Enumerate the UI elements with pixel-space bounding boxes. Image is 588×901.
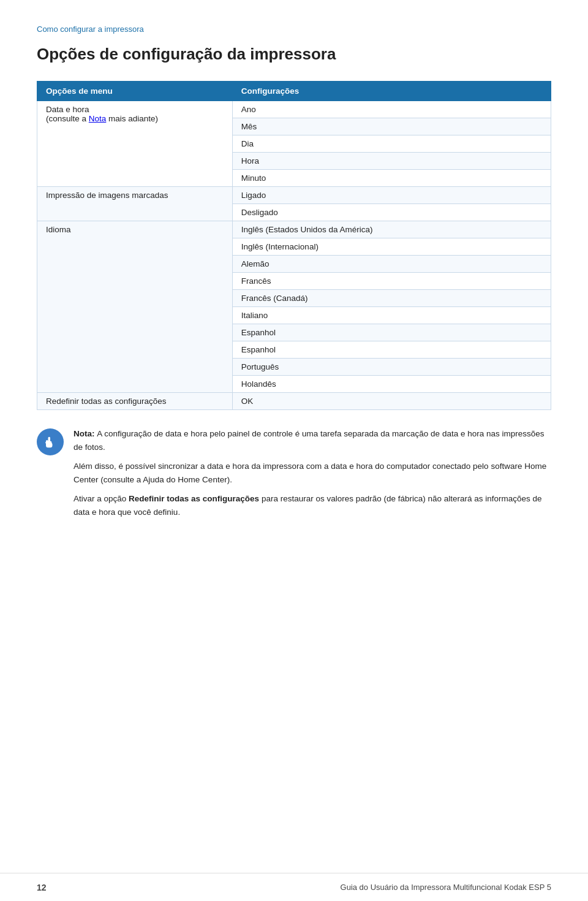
note-paragraph-1: Nota: A configuração de data e hora pelo… xyxy=(74,427,551,454)
nota-link[interactable]: Nota xyxy=(89,114,107,123)
table-header-menu: Opções de menu xyxy=(37,82,233,101)
table-cell-config: Hora xyxy=(232,153,551,170)
note-text: Nota: A configuração de data e hora pelo… xyxy=(74,427,551,519)
table-row: IdiomaInglês (Estados Unidos da América) xyxy=(37,221,551,238)
table-cell-config: Ligado xyxy=(232,187,551,204)
footer-page-number: 12 xyxy=(37,883,47,892)
table-row: Data e hora(consulte a Nota mais adiante… xyxy=(37,101,551,118)
table-row: Impressão de imagens marcadasLigado xyxy=(37,187,551,204)
table-cell-config: Espanhol xyxy=(232,324,551,341)
table-cell-config: Francês (Canadá) xyxy=(232,290,551,307)
table-cell-config: Francês xyxy=(232,273,551,290)
table-cell-config: Inglês (Estados Unidos da América) xyxy=(232,221,551,238)
note-paragraph-3: Ativar a opção Redefinir todas as config… xyxy=(74,492,551,519)
config-table: Opções de menu Configurações Data e hora… xyxy=(37,81,551,410)
table-row: Redefinir todas as configuraçõesOK xyxy=(37,393,551,410)
breadcrumb: Como configurar a impressora xyxy=(37,25,551,34)
note-icon xyxy=(37,428,64,455)
table-cell-config: Português xyxy=(232,359,551,376)
table-cell-config: Dia xyxy=(232,135,551,153)
note-paragraph-2: Além disso, é possível sincronizar a dat… xyxy=(74,460,551,486)
table-cell-config: Holandês xyxy=(232,376,551,393)
table-cell-config: Alemão xyxy=(232,256,551,273)
table-cell-menu: Impressão de imagens marcadas xyxy=(37,187,233,221)
table-cell-config: Desligado xyxy=(232,204,551,221)
page-title: Opções de configuração da impressora xyxy=(37,45,551,64)
note-block: Nota: A configuração de data e hora pelo… xyxy=(37,427,551,519)
table-cell-menu: Idioma xyxy=(37,221,233,393)
table-cell-config: Espanhol xyxy=(232,341,551,359)
footer-title: Guia do Usuário da Impressora Multifunci… xyxy=(341,883,551,892)
table-cell-config: Mês xyxy=(232,118,551,135)
hand-icon xyxy=(42,433,59,450)
table-cell-menu: Data e hora(consulte a Nota mais adiante… xyxy=(37,101,233,187)
table-cell-config: Ano xyxy=(232,101,551,118)
table-cell-config: OK xyxy=(232,393,551,410)
table-cell-config: Italiano xyxy=(232,307,551,324)
table-cell-config: Inglês (Internacional) xyxy=(232,238,551,256)
table-cell-menu: Redefinir todas as configurações xyxy=(37,393,233,410)
table-cell-config: Minuto xyxy=(232,170,551,187)
footer: 12 Guia do Usuário da Impressora Multifu… xyxy=(0,873,588,901)
table-header-config: Configurações xyxy=(232,82,551,101)
note-label: Nota: xyxy=(74,429,97,438)
